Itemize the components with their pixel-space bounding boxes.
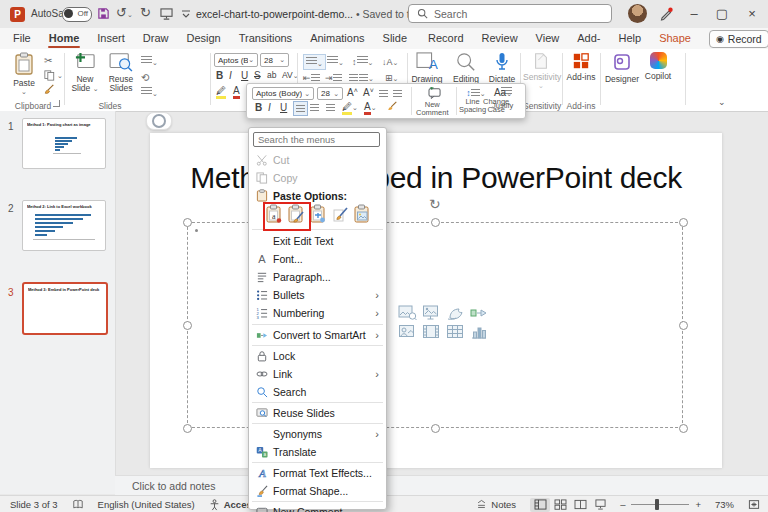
section-button[interactable]: ⌄: [141, 86, 158, 98]
notes-toggle-button[interactable]: Notes: [476, 499, 516, 510]
menu-item-lock[interactable]: Lock: [249, 347, 386, 364]
insert-video-icon[interactable]: [422, 324, 441, 340]
tab-review[interactable]: Review: [473, 28, 527, 49]
bold-button[interactable]: B: [216, 70, 223, 81]
save-icon[interactable]: [97, 7, 110, 20]
reading-view-button[interactable]: [570, 498, 590, 512]
insert-smartart-icon[interactable]: [470, 305, 489, 321]
mini-font-color-button[interactable]: A⌄: [364, 101, 377, 112]
tab-insert[interactable]: Insert: [88, 28, 134, 49]
align-text-button[interactable]: ⊞⌄: [385, 71, 398, 83]
normal-view-button[interactable]: [530, 498, 550, 512]
paste-use-destination-theme-icon[interactable]: [310, 204, 327, 224]
text-direction-button[interactable]: ↓A⌄: [382, 55, 398, 67]
increase-font-size-button[interactable]: A˄: [347, 87, 358, 98]
start-slideshow-icon[interactable]: [160, 8, 173, 20]
tab-shape-format[interactable]: Shape Format: [650, 28, 703, 49]
align-center-button[interactable]: [310, 102, 319, 113]
search-input[interactable]: Search: [408, 4, 612, 23]
resize-handle-top-left[interactable]: [183, 218, 192, 227]
menu-item-convert-to-smartart[interactable]: Convert to SmartArt ›: [249, 326, 386, 343]
resize-handle-bottom-right[interactable]: [679, 424, 688, 433]
insert-stock-images-icon[interactable]: [398, 305, 417, 321]
fit-slide-to-window-button[interactable]: [748, 499, 760, 510]
resize-handle-middle-left[interactable]: [183, 321, 192, 330]
mini-font-name-select[interactable]: Aptos (Body)⌄: [252, 87, 314, 100]
customize-quick-access-icon[interactable]: [181, 10, 191, 19]
insert-icons-icon[interactable]: [446, 305, 465, 321]
notes-pane[interactable]: Click to add notes: [115, 475, 768, 495]
rotation-handle[interactable]: ↻: [429, 196, 441, 212]
decrease-font-size-button[interactable]: A˅: [363, 87, 374, 98]
tab-design[interactable]: Design: [177, 28, 229, 49]
paste-as-picture-icon[interactable]: [354, 204, 371, 224]
paste-button[interactable]: Paste⌄: [8, 52, 40, 96]
menu-item-link[interactable]: Link ›: [249, 365, 386, 382]
pen-notification-icon[interactable]: [659, 7, 673, 23]
addins-button[interactable]: Add-ins: [565, 52, 597, 82]
clipboard-dialog-launcher[interactable]: [53, 100, 60, 107]
zoom-slider[interactable]: [631, 504, 689, 505]
font-name-select[interactable]: Aptos (Body)⌄: [214, 53, 258, 67]
menu-item-font[interactable]: A Font...: [249, 250, 386, 267]
underline-button[interactable]: U: [241, 70, 248, 81]
mini-highlight-button[interactable]: 🖉⌄: [342, 101, 358, 112]
copy-button[interactable]: [44, 70, 55, 81]
mini-new-comment-button[interactable]: NewComment: [416, 87, 454, 101]
line-spacing-button[interactable]: ↕⌄: [352, 55, 373, 67]
new-slide-button[interactable]: NewSlide ⌄: [68, 52, 102, 93]
mini-increase-indent-button[interactable]: [393, 88, 402, 99]
account-avatar[interactable]: [628, 4, 647, 23]
zoom-slider-handle[interactable]: [655, 499, 659, 510]
menu-search-input[interactable]: [253, 132, 380, 147]
paste-merge-formatting-icon[interactable]: [332, 204, 349, 224]
align-left-button[interactable]: [293, 101, 308, 116]
resize-handle-middle-right[interactable]: [679, 321, 688, 330]
powerpoint-logo-icon[interactable]: P: [10, 7, 25, 22]
decrease-indent-button[interactable]: ⇤: [303, 71, 320, 83]
numbering-button[interactable]: ⌄: [327, 55, 344, 67]
slide-copilot-button[interactable]: [146, 112, 172, 130]
tab-add-ins[interactable]: Add-ins: [568, 28, 609, 49]
insert-pictures-icon[interactable]: [422, 305, 441, 321]
strikethrough-button[interactable]: S: [254, 70, 261, 81]
collapse-ribbon-icon[interactable]: ⌄: [718, 97, 726, 107]
tab-animations[interactable]: Animations: [301, 28, 373, 49]
minimize-button[interactable]: –: [685, 6, 703, 21]
highlight-color-button[interactable]: 🖉: [216, 85, 226, 96]
slide-title[interactable]: Method 3: Embed in PowerPoint deck: [150, 161, 722, 195]
mini-italic-button[interactable]: I: [268, 102, 271, 113]
record-button[interactable]: ◉Record: [709, 30, 768, 48]
copilot-button[interactable]: Copilot: [641, 52, 675, 81]
align-right-button[interactable]: [326, 102, 335, 113]
reset-slide-button[interactable]: ⟲: [141, 71, 149, 83]
insert-chart-icon[interactable]: [470, 324, 489, 340]
columns-button[interactable]: ⌄: [349, 71, 374, 83]
slide-3-thumbnail[interactable]: Method 3: Embed in PowerPoint deck: [22, 282, 108, 335]
format-painter-button[interactable]: [44, 84, 55, 95]
redo-icon[interactable]: ↻: [140, 5, 151, 20]
designer-button[interactable]: Designer: [604, 52, 640, 84]
tab-record[interactable]: Record: [419, 28, 472, 49]
undo-icon[interactable]: ↺⌄: [116, 5, 133, 20]
slideshow-view-button[interactable]: [590, 498, 610, 512]
zoom-in-button[interactable]: +: [695, 499, 701, 510]
bullets-button[interactable]: ⌄: [303, 54, 326, 70]
menu-item-format-text-effects[interactable]: A Format Text Effects...: [249, 464, 386, 481]
zoom-level[interactable]: 73%: [715, 499, 734, 510]
resize-handle-top-right[interactable]: [679, 218, 688, 227]
tab-help[interactable]: Help: [610, 28, 651, 49]
insert-picture-from-file-icon[interactable]: [398, 324, 417, 340]
reuse-slides-button[interactable]: ReuseSlides: [104, 52, 138, 93]
autosave-toggle[interactable]: Off: [62, 7, 92, 22]
menu-item-numbering[interactable]: 123 Numbering ›: [249, 304, 386, 321]
text-shadow-button[interactable]: ab: [267, 70, 276, 80]
mini-underline-button[interactable]: U: [280, 102, 287, 113]
insert-table-icon[interactable]: [446, 324, 465, 340]
menu-item-translate[interactable]: Aa Translate: [249, 443, 386, 460]
drawing-button[interactable]: A Drawing: [410, 52, 444, 84]
menu-item-paragraph[interactable]: Paragraph...: [249, 268, 386, 285]
tab-file[interactable]: File: [4, 28, 40, 49]
italic-button[interactable]: I: [229, 70, 232, 81]
tab-home[interactable]: Home: [40, 28, 89, 49]
